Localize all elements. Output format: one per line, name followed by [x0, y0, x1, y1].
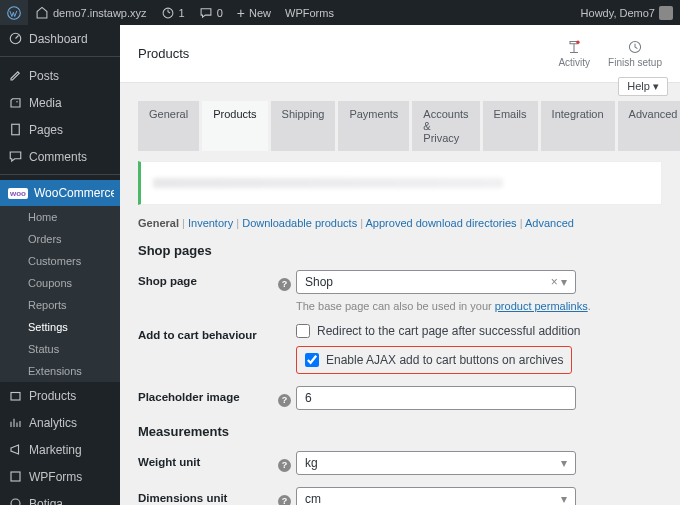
help-icon[interactable]: ?: [278, 270, 296, 291]
submenu-settings[interactable]: Settings: [0, 316, 120, 338]
settings-tabs: General Products Shipping Payments Accou…: [138, 101, 662, 151]
menu-analytics[interactable]: Analytics: [0, 409, 120, 436]
comments-count[interactable]: 0: [192, 0, 230, 25]
shop-page-select[interactable]: Shop× ▾: [296, 270, 576, 294]
menu-media[interactable]: Media: [0, 89, 120, 116]
site-name[interactable]: demo7.instawp.xyz: [28, 0, 154, 25]
tab-payments[interactable]: Payments: [338, 101, 409, 151]
submenu-home[interactable]: Home: [0, 206, 120, 228]
placeholder-input[interactable]: [296, 386, 576, 410]
menu-wpforms[interactable]: WPForms: [0, 463, 120, 490]
svg-rect-4: [11, 393, 20, 401]
label-dimensions: Dimensions unit: [138, 487, 278, 504]
admin-bar: demo7.instawp.xyz 1 0 +New WPForms Howdy…: [0, 0, 680, 25]
menu-comments[interactable]: Comments: [0, 143, 120, 170]
sublink-downloadable[interactable]: Downloadable products: [242, 217, 357, 229]
help-icon[interactable]: ?: [278, 386, 296, 407]
label-add-to-cart: Add to cart behaviour: [138, 324, 278, 341]
woocommerce-submenu: Home Orders Customers Coupons Reports Se…: [0, 206, 120, 382]
avatar: [659, 6, 673, 20]
sublink-approved[interactable]: Approved download directories: [366, 217, 517, 229]
submenu-reports[interactable]: Reports: [0, 294, 120, 316]
submenu-customers[interactable]: Customers: [0, 250, 120, 272]
checkbox-redirect[interactable]: Redirect to the cart page after successf…: [296, 324, 662, 338]
admin-sidebar: Dashboard Posts Media Pages Comments woo…: [0, 25, 120, 505]
checkbox-ajax[interactable]: Enable AJAX add to cart buttons on archi…: [305, 353, 563, 367]
heading-measurements: Measurements: [138, 424, 662, 439]
svg-point-7: [577, 41, 580, 44]
tab-shipping[interactable]: Shipping: [271, 101, 336, 151]
updates[interactable]: 1: [154, 0, 192, 25]
svg-rect-5: [11, 472, 20, 481]
menu-products[interactable]: Products: [0, 382, 120, 409]
wpforms-link[interactable]: WPForms: [278, 0, 341, 25]
account-greeting[interactable]: Howdy, Demo7: [574, 0, 680, 25]
label-placeholder: Placeholder image: [138, 386, 278, 403]
finish-setup-button[interactable]: Finish setup: [608, 39, 662, 68]
sublink-inventory[interactable]: Inventory: [188, 217, 233, 229]
shop-page-desc: The base page can also be used in your p…: [296, 300, 662, 312]
submenu-extensions[interactable]: Extensions: [0, 360, 120, 382]
menu-pages[interactable]: Pages: [0, 116, 120, 143]
svg-point-2: [16, 101, 18, 103]
new-content[interactable]: +New: [230, 0, 278, 25]
submenu-coupons[interactable]: Coupons: [0, 272, 120, 294]
tab-general[interactable]: General: [138, 101, 199, 151]
heading-shop-pages: Shop pages: [138, 243, 662, 258]
main-content: Products Activity Finish setup Help ▾ Ge…: [120, 25, 680, 505]
menu-marketing[interactable]: Marketing: [0, 436, 120, 463]
wp-logo[interactable]: [0, 0, 28, 25]
sublink-general[interactable]: General: [138, 217, 179, 229]
tab-integration[interactable]: Integration: [541, 101, 615, 151]
help-icon[interactable]: ?: [278, 487, 296, 505]
submenu-status[interactable]: Status: [0, 338, 120, 360]
permalinks-link[interactable]: product permalinks: [495, 300, 588, 312]
help-button[interactable]: Help ▾: [618, 77, 668, 96]
tab-products[interactable]: Products: [202, 101, 267, 151]
label-weight: Weight unit: [138, 451, 278, 468]
highlighted-option: Enable AJAX add to cart buttons on archi…: [296, 346, 572, 374]
activity-button[interactable]: Activity: [558, 39, 590, 68]
svg-point-6: [11, 499, 20, 505]
svg-rect-3: [12, 124, 20, 135]
subsection-links: General | Inventory | Downloadable produ…: [138, 217, 662, 229]
page-title: Products: [138, 46, 189, 61]
tab-accounts[interactable]: Accounts & Privacy: [412, 101, 479, 151]
weight-select[interactable]: kg▾: [296, 451, 576, 475]
help-icon[interactable]: ?: [278, 451, 296, 472]
tab-advanced[interactable]: Advanced: [618, 101, 680, 151]
menu-posts[interactable]: Posts: [0, 62, 120, 89]
notice-banner: [138, 161, 662, 205]
menu-botiga[interactable]: Botiga: [0, 490, 120, 505]
sublink-advanced[interactable]: Advanced: [525, 217, 574, 229]
menu-woocommerce[interactable]: wooWooCommerce: [0, 180, 120, 206]
submenu-orders[interactable]: Orders: [0, 228, 120, 250]
menu-dashboard[interactable]: Dashboard: [0, 25, 120, 52]
dimensions-select[interactable]: cm▾: [296, 487, 576, 505]
label-shop-page: Shop page: [138, 270, 278, 287]
tab-emails[interactable]: Emails: [483, 101, 538, 151]
